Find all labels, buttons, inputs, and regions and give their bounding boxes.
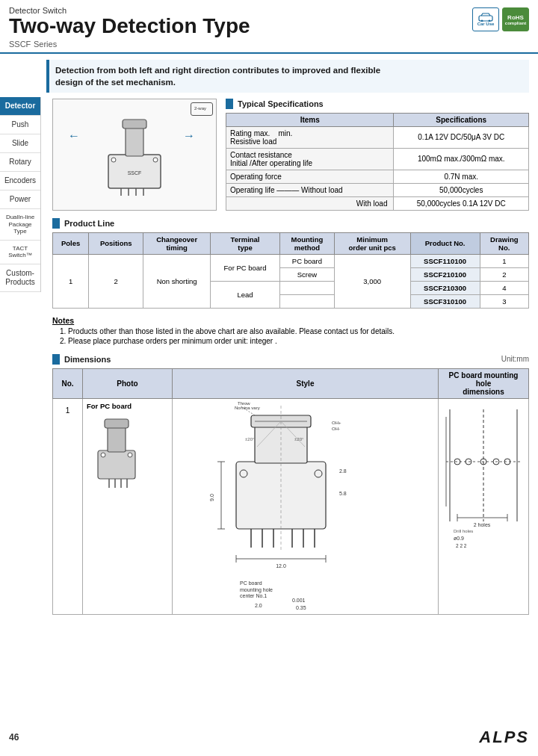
- svg-point-17: [101, 453, 105, 457]
- product-no-cell: SSCF210300: [410, 281, 480, 294]
- svg-text:±20°: ±20°: [294, 437, 304, 441]
- svg-text:2.8: 2.8: [339, 468, 347, 474]
- svg-text:SSCF: SSCF: [128, 170, 142, 176]
- svg-text:±20°: ±20°: [245, 437, 255, 441]
- specs-section: Typical Specifications Items Specificati…: [226, 99, 529, 211]
- sidebar-item-power[interactable]: Power: [0, 190, 40, 209]
- svg-text:OH+: OH+: [332, 421, 341, 425]
- spec-value: 50,000cycles 0.1A 12V DC: [394, 196, 529, 210]
- svg-text:PC board: PC board: [240, 580, 262, 586]
- svg-rect-16: [105, 419, 129, 428]
- rohs-badge: RoHS compliant: [502, 7, 529, 31]
- svg-text:ø0.9: ø0.9: [454, 536, 464, 541]
- sidebar-item-push[interactable]: Push: [0, 116, 40, 134]
- svg-text:2 holes: 2 holes: [474, 522, 491, 527]
- dimensions-header: Dimensions Unit:mm: [52, 354, 529, 365]
- blue-banner: Detection from both left and right direc…: [46, 60, 529, 93]
- product-specs-section: 2-way ← → SSCF: [52, 99, 529, 211]
- positions-cell: 2: [89, 254, 143, 308]
- col-style: Style: [173, 368, 439, 398]
- arrow-right-icon: →: [183, 129, 195, 143]
- spec-value: 50,000cycles: [394, 183, 529, 196]
- spec-value: 0.7N max.: [394, 170, 529, 183]
- photo-cell-content: For PC board: [87, 402, 168, 495]
- product-image-box: 2-way ← → SSCF: [52, 99, 217, 211]
- spec-label: Contact resistanceInitial /After operati…: [226, 148, 394, 170]
- section-header-box: [52, 354, 60, 365]
- svg-text:2.0: 2.0: [255, 603, 262, 608]
- spec-label: Operating force: [226, 170, 394, 183]
- row-photo: For PC board: [83, 398, 173, 614]
- col-photo: Photo: [83, 368, 173, 398]
- table-row: 1 For PC board: [53, 398, 529, 614]
- sidebar-item-detector[interactable]: Detector: [0, 97, 40, 116]
- main-content: 2-way ← → SSCF: [46, 99, 538, 624]
- svg-text:9.0: 9.0: [209, 494, 214, 501]
- drawing-no-cell: 2: [480, 267, 528, 281]
- svg-point-18: [128, 453, 132, 457]
- svg-text:12.0: 12.0: [276, 563, 286, 568]
- product-line-title: Product Line: [64, 219, 114, 228]
- min-order-cell: 3,000: [334, 254, 410, 308]
- sidebar-item-slide[interactable]: Slide: [0, 134, 40, 153]
- col-pcb-holes: PC board mounting holedimensions: [439, 368, 529, 398]
- svg-text:0.35: 0.35: [296, 605, 306, 610]
- dimensions-unit: Unit:mm: [501, 355, 529, 363]
- col-terminal: Terminaltype: [211, 232, 280, 254]
- mounting-cell: [280, 281, 335, 294]
- svg-point-7: [111, 158, 116, 162]
- sidebar-item-dualinline[interactable]: DualIn-line Package Type: [0, 209, 40, 241]
- row-no: 1: [53, 398, 83, 614]
- drawing-no-cell: 4: [480, 281, 528, 294]
- arrow-left-icon: ←: [68, 129, 80, 143]
- sidebar: Detector Push Slide Rotary Encoders Powe…: [0, 97, 41, 292]
- col-product-no: Product No.: [410, 232, 480, 254]
- col-mounting: Mountingmethod: [280, 232, 335, 254]
- product-line-header: Product Line: [52, 218, 529, 229]
- header-main-title: Two-way Detection Type: [9, 15, 529, 38]
- pcb-holes-svg: 2 holes ø0.9 Drill holes 2 2 2: [442, 402, 525, 551]
- svg-point-8: [153, 158, 158, 162]
- col-poles: Poles: [53, 232, 89, 254]
- changeover-cell: Non shorting: [143, 254, 211, 308]
- mounting-cell: PC board: [280, 254, 335, 267]
- two-way-icon: 2-way: [194, 104, 210, 113]
- row-style: 9.0 12.0 Throw Nomina vary: [173, 398, 439, 614]
- two-way-badge: 2-way: [191, 102, 213, 116]
- svg-text:0.001: 0.001: [292, 598, 306, 603]
- header-series: SSCF Series: [9, 38, 529, 49]
- table-row: Contact resistanceInitial /After operati…: [226, 148, 529, 170]
- badges-container: Car Use RoHS compliant: [472, 7, 529, 31]
- notes-item-1: 1. Products other than those listed in t…: [60, 327, 529, 335]
- specs-col-items: Items: [226, 113, 394, 126]
- mounting-cell: [280, 294, 335, 308]
- specs-section-header: Typical Specifications: [226, 99, 529, 109]
- sidebar-item-tact[interactable]: TACT Switch™: [0, 241, 40, 264]
- sidebar-item-custom[interactable]: Custom-Products: [0, 264, 40, 292]
- product-line-section: Product Line Poles Positions Changeovert…: [52, 218, 529, 309]
- col-no: No.: [53, 368, 83, 398]
- sidebar-item-encoders[interactable]: Encoders: [0, 172, 40, 190]
- spec-value: 0.1A 12V DC/50μA 3V DC: [394, 126, 529, 148]
- drawing-no-cell: 3: [480, 294, 528, 308]
- svg-text:Nomina vary: Nomina vary: [235, 406, 260, 410]
- product-no-cell: SSCF210100: [410, 267, 480, 281]
- col-positions: Positions: [89, 232, 143, 254]
- svg-text:mounting hole: mounting hole: [240, 587, 273, 593]
- for-pc-label: For PC board: [87, 402, 168, 410]
- svg-text:2 2 2: 2 2 2: [456, 543, 467, 548]
- sidebar-item-rotary[interactable]: Rotary: [0, 153, 40, 172]
- page-header: Detector Switch Two-way Detection Type S…: [0, 0, 538, 54]
- product-no-cell: SSCF110100: [410, 254, 480, 267]
- spec-label: Operating life ——— Without load: [226, 183, 394, 196]
- specs-section-title: Typical Specifications: [238, 99, 324, 108]
- photo-svg: [87, 413, 146, 495]
- notes-item-2: 2. Please place purchase orders per mini…: [60, 337, 529, 345]
- spec-value: 100mΩ max./300mΩ max.: [394, 148, 529, 170]
- alps-logo: ALPS: [479, 728, 529, 747]
- dimensions-section: Dimensions Unit:mm No. Photo Style PC bo…: [52, 354, 529, 615]
- car-icon: [478, 13, 493, 22]
- notes-title: Notes: [52, 316, 529, 325]
- svg-rect-6: [123, 120, 146, 128]
- terminal-cell: For PC board: [211, 254, 280, 281]
